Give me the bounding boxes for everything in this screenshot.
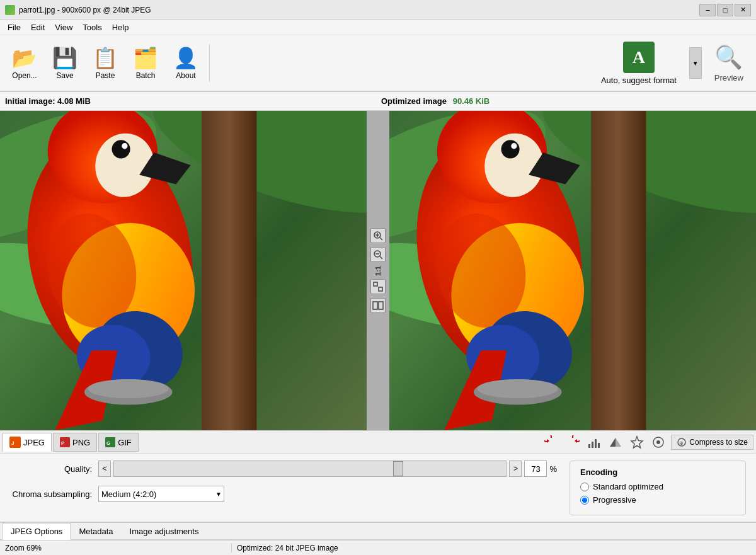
tab-png[interactable]: P PNG bbox=[53, 433, 97, 452]
panel-divider: 1:1 bbox=[367, 111, 389, 430]
tab-jpeg-options[interactable]: JPEG Options bbox=[3, 523, 71, 540]
menu-help[interactable]: Help bbox=[107, 21, 134, 33]
menu-tools[interactable]: Tools bbox=[77, 21, 106, 33]
quality-increase-button[interactable]: > bbox=[509, 461, 522, 477]
quality-decrease-button[interactable]: < bbox=[98, 461, 111, 477]
zoom-in-icon bbox=[372, 230, 384, 241]
standard-radio[interactable] bbox=[580, 483, 589, 491]
star-button[interactable] bbox=[628, 433, 646, 451]
preview-button[interactable]: 🔍 Preview bbox=[707, 38, 751, 88]
open-label: Open... bbox=[12, 71, 37, 80]
svg-text:G: G bbox=[106, 440, 110, 446]
window-title: parrot1.jpg - 900x600 px @ 24bit JPEG bbox=[19, 6, 151, 14]
preview-label: Preview bbox=[714, 73, 743, 83]
format-dropdown-button[interactable]: ▼ bbox=[689, 47, 702, 79]
open-button[interactable]: 📂 Open... bbox=[5, 38, 44, 88]
about-label: About bbox=[176, 71, 195, 80]
compress-icon bbox=[651, 435, 665, 449]
options-panel: Quality: < > 73 % Chroma subsampling: No… bbox=[0, 454, 756, 522]
menu-file[interactable]: File bbox=[3, 21, 26, 33]
tab-image-adjustments[interactable]: Image adjustments bbox=[122, 523, 207, 539]
paste-button[interactable]: 📋 Paste bbox=[86, 38, 125, 88]
optimized-header: Optimized image 90.46 KiB bbox=[375, 96, 751, 106]
paste-icon: 📋 bbox=[93, 46, 118, 70]
zoom-in-button[interactable] bbox=[370, 228, 386, 243]
batch-button[interactable]: 🗂️ Batch bbox=[126, 38, 165, 88]
svg-rect-21 bbox=[595, 439, 597, 448]
gif-tab-icon: G bbox=[105, 437, 115, 447]
close-button[interactable]: ✕ bbox=[735, 4, 751, 16]
options-left: Quality: < > 73 % Chroma subsampling: No… bbox=[10, 461, 557, 515]
toolbar-right: A Auto, suggest format ▼ 🔍 Preview bbox=[593, 38, 751, 88]
progressive-encoding-row: Progressive bbox=[580, 495, 735, 505]
zoom-out-button[interactable] bbox=[370, 247, 386, 262]
progressive-label[interactable]: Progressive bbox=[593, 495, 636, 505]
svg-marker-25 bbox=[631, 437, 643, 448]
menu-view[interactable]: View bbox=[50, 21, 77, 33]
tab-gif[interactable]: G GIF bbox=[98, 433, 139, 452]
chroma-select[interactable]: None (4:4:4) Low (4:1:1) Medium (4:2:0) … bbox=[98, 486, 224, 502]
encoding-title: Encoding bbox=[580, 467, 735, 477]
batch-label: Batch bbox=[136, 71, 156, 80]
progressive-radio[interactable] bbox=[580, 496, 589, 505]
svg-rect-9 bbox=[373, 302, 377, 309]
svg-text:J: J bbox=[11, 440, 14, 446]
svg-text:P: P bbox=[61, 440, 65, 446]
auto-format-button[interactable]: A Auto, suggest format bbox=[593, 38, 684, 88]
about-icon: 👤 bbox=[173, 46, 198, 70]
title-bar-left: parrot1.jpg - 900x600 px @ 24bit JPEG bbox=[5, 5, 151, 15]
side-by-side-button[interactable] bbox=[370, 298, 386, 313]
zoom-out-icon bbox=[372, 249, 384, 260]
batch-icon: 🗂️ bbox=[133, 46, 158, 70]
svg-line-3 bbox=[380, 237, 382, 240]
svg-marker-18 bbox=[575, 439, 577, 443]
tab-metadata[interactable]: Metadata bbox=[71, 523, 121, 539]
svg-rect-20 bbox=[592, 442, 593, 448]
menu-bar: File Edit View Tools Help bbox=[0, 20, 756, 35]
optimized-image-canvas bbox=[389, 111, 756, 430]
compress-to-size-label: Compress to size bbox=[689, 438, 748, 447]
quality-label: Quality: bbox=[10, 464, 92, 474]
png-tab-label: PNG bbox=[72, 438, 90, 447]
quality-slider[interactable] bbox=[113, 461, 507, 477]
side-by-side-icon bbox=[372, 300, 384, 311]
zoom-label: 1:1 bbox=[374, 266, 382, 276]
svg-rect-10 bbox=[379, 302, 383, 309]
quality-value: 73 bbox=[524, 461, 547, 477]
about-button[interactable]: 👤 About bbox=[166, 38, 205, 88]
menu-edit[interactable]: Edit bbox=[26, 21, 50, 33]
auto-format-label: Auto, suggest format bbox=[601, 76, 677, 85]
open-icon: 📂 bbox=[12, 46, 37, 70]
save-button[interactable]: 💾 Save bbox=[45, 38, 84, 88]
standard-encoding-row: Standard optimized bbox=[580, 482, 735, 491]
bottom-tabs: JPEG Options Metadata Image adjustments bbox=[0, 522, 756, 540]
svg-point-27 bbox=[656, 440, 660, 444]
png-tab-icon: P bbox=[60, 437, 70, 447]
format-tabs: J JPEG P PNG G GIF ⊕ bbox=[0, 430, 756, 454]
svg-rect-19 bbox=[588, 444, 590, 448]
fit-view-icon bbox=[372, 281, 384, 292]
quality-row: Quality: < > 73 % bbox=[10, 461, 557, 477]
compress-icon-btn[interactable] bbox=[650, 433, 667, 451]
chroma-label: Chroma subsampling: bbox=[10, 489, 92, 499]
flip-button[interactable] bbox=[607, 433, 624, 451]
maximize-button[interactable]: □ bbox=[717, 4, 733, 16]
paste-label: Paste bbox=[96, 71, 115, 80]
svg-marker-23 bbox=[610, 438, 616, 447]
redo-icon bbox=[566, 435, 580, 449]
fit-view-button[interactable] bbox=[370, 279, 386, 294]
undo-icon bbox=[544, 435, 558, 449]
quality-slider-wrap: < > 73 % bbox=[98, 461, 557, 477]
toolbar-separator bbox=[209, 44, 210, 82]
compress-to-size-button[interactable]: ⊕ Compress to size bbox=[671, 435, 753, 450]
standard-label[interactable]: Standard optimized bbox=[593, 482, 663, 491]
undo-button[interactable] bbox=[542, 433, 560, 451]
histogram-button[interactable] bbox=[585, 433, 603, 451]
minimize-button[interactable]: ‒ bbox=[699, 4, 716, 16]
redo-button[interactable] bbox=[564, 433, 581, 451]
optimized-image-panel bbox=[389, 111, 756, 430]
app-icon bbox=[5, 5, 15, 15]
jpeg-tab-label: JPEG bbox=[23, 438, 45, 447]
tab-jpeg[interactable]: J JPEG bbox=[3, 433, 52, 452]
save-icon: 💾 bbox=[52, 46, 77, 70]
